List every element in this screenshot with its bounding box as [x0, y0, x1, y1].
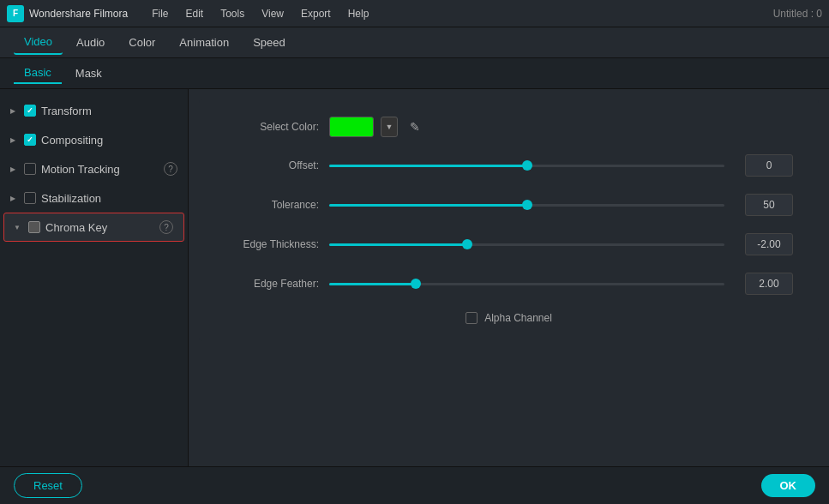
menu-tools[interactable]: Tools	[213, 4, 251, 23]
main-panel: Transform Compositing Motion Tracking ? …	[0, 89, 829, 466]
section-motion-tracking[interactable]: Motion Tracking ?	[0, 154, 188, 183]
label-alpha-channel: Alpha Channel	[484, 312, 552, 324]
section-compositing[interactable]: Compositing	[0, 125, 188, 154]
label-select-color: Select Color:	[225, 121, 319, 133]
menu-export[interactable]: Export	[294, 4, 338, 23]
color-swatch[interactable]	[329, 117, 374, 137]
bottom-bar: Reset OK	[0, 466, 829, 504]
row-tolerance: Tolerance: 50	[225, 194, 793, 216]
window-title: Untitled : 0	[773, 8, 822, 20]
slider-thumb-edge-feather[interactable]	[411, 279, 421, 289]
sub-tab-bar: Basic Mask	[0, 58, 829, 89]
tab-bar: Video Audio Color Animation Speed	[0, 27, 829, 58]
checkbox-stabilization[interactable]	[24, 192, 36, 204]
menu-edit[interactable]: Edit	[179, 4, 211, 23]
row-edge-feather: Edge Feather: 2.00	[225, 273, 793, 295]
value-edge-feather[interactable]: 2.00	[745, 273, 793, 295]
slider-fill-edge-feather	[329, 283, 416, 285]
color-select-wrapper: ▼ ✎	[329, 117, 425, 137]
eyedropper-btn[interactable]: ✎	[405, 117, 425, 137]
row-edge-thickness: Edge Thickness: -2.00	[225, 233, 793, 255]
slider-edge-feather[interactable]	[329, 283, 724, 285]
menu-file[interactable]: File	[145, 4, 175, 23]
label-transform: Transform	[41, 105, 177, 117]
reset-button[interactable]: Reset	[14, 473, 82, 498]
slider-track-edge-thickness	[329, 243, 724, 246]
value-edge-thickness[interactable]: -2.00	[745, 233, 793, 255]
row-alpha-channel: Alpha Channel	[225, 312, 793, 324]
label-edge-thickness: Edge Thickness:	[225, 238, 319, 250]
label-chroma-key: Chroma Key	[45, 221, 154, 234]
checkbox-chroma-key[interactable]	[28, 221, 40, 233]
tab-color[interactable]: Color	[118, 31, 165, 54]
sidebar: Transform Compositing Motion Tracking ? …	[0, 89, 189, 466]
section-stabilization[interactable]: Stabilization	[0, 183, 188, 213]
tab-speed[interactable]: Speed	[243, 31, 296, 54]
section-chroma-key[interactable]: Chroma Key ?	[3, 213, 184, 242]
label-motion-tracking: Motion Tracking	[41, 163, 159, 176]
help-icon-motion-tracking[interactable]: ?	[164, 162, 177, 176]
app-name: Wondershare Filmora	[29, 8, 128, 20]
slider-thumb-offset[interactable]	[522, 160, 532, 171]
slider-fill-tolerance	[329, 204, 527, 207]
value-tolerance[interactable]: 50	[745, 194, 793, 216]
slider-thumb-edge-thickness[interactable]	[462, 239, 472, 249]
help-icon-chroma-key[interactable]: ?	[159, 220, 173, 234]
label-stabilization: Stabilization	[41, 192, 177, 205]
menu-bar: File Edit Tools View Export Help	[145, 4, 772, 23]
content-area: Select Color: ▼ ✎ Offset: 0	[189, 89, 829, 466]
app-logo: F	[7, 5, 24, 22]
slider-thumb-tolerance[interactable]	[522, 200, 532, 210]
title-bar: F Wondershare Filmora File Edit Tools Vi…	[0, 0, 829, 27]
subtab-basic[interactable]: Basic	[14, 63, 62, 84]
tab-video[interactable]: Video	[14, 30, 63, 55]
expand-icon-stabilization	[7, 192, 19, 204]
row-offset: Offset: 0	[225, 154, 793, 177]
checkbox-alpha-channel[interactable]	[466, 312, 478, 324]
expand-icon-transform	[7, 105, 19, 117]
checkbox-motion-tracking[interactable]	[24, 163, 36, 175]
subtab-mask[interactable]: Mask	[65, 63, 112, 83]
label-tolerance: Tolerance:	[225, 199, 319, 211]
slider-track-edge-feather	[329, 283, 724, 285]
label-compositing: Compositing	[41, 134, 177, 147]
color-dropdown-btn[interactable]: ▼	[381, 117, 398, 137]
slider-fill-offset	[329, 165, 527, 167]
slider-track-offset	[329, 165, 724, 167]
expand-icon-chroma-key	[11, 221, 23, 233]
checkbox-compositing[interactable]	[24, 134, 36, 146]
ok-button[interactable]: OK	[761, 474, 816, 497]
menu-help[interactable]: Help	[341, 4, 376, 23]
row-select-color: Select Color: ▼ ✎	[225, 117, 793, 137]
tab-audio[interactable]: Audio	[66, 31, 115, 54]
checkbox-transform[interactable]	[24, 105, 36, 117]
expand-icon-compositing	[7, 134, 19, 146]
slider-tolerance[interactable]	[329, 204, 724, 207]
section-transform[interactable]: Transform	[0, 96, 188, 125]
slider-fill-edge-thickness	[329, 243, 467, 246]
expand-icon-motion-tracking	[7, 163, 19, 175]
slider-track-tolerance	[329, 204, 724, 207]
chroma-key-settings: Select Color: ▼ ✎ Offset: 0	[199, 99, 819, 341]
value-offset[interactable]: 0	[745, 154, 793, 177]
menu-view[interactable]: View	[255, 4, 291, 23]
slider-offset[interactable]	[329, 165, 724, 167]
label-offset: Offset:	[225, 159, 319, 171]
tab-animation[interactable]: Animation	[169, 31, 239, 54]
slider-edge-thickness[interactable]	[329, 243, 724, 246]
label-edge-feather: Edge Feather:	[225, 278, 319, 290]
